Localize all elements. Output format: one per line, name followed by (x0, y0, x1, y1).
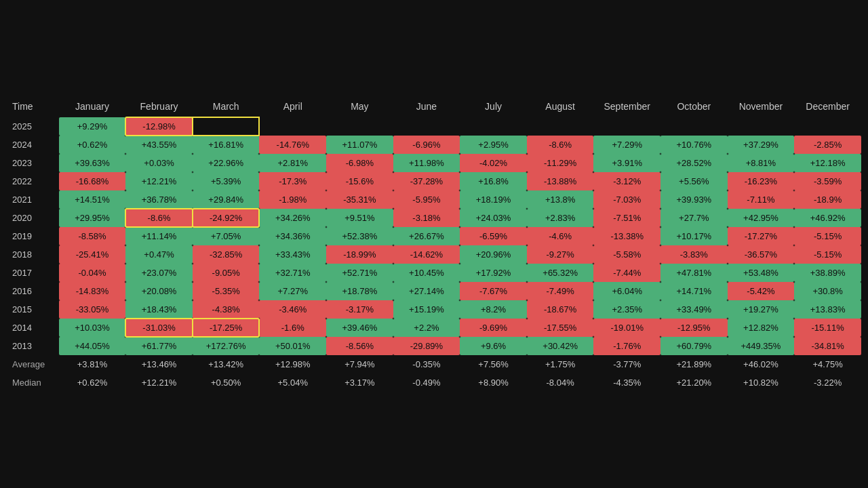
data-cell (460, 117, 527, 136)
data-cell: -8.6% (527, 136, 594, 154)
data-cell: -34.81% (794, 337, 861, 355)
row-2018: 2018-25.41%+0.47%-32.85%+33.43%-18.99%-1… (7, 245, 861, 264)
data-cell (326, 117, 393, 136)
data-cell: +39.46% (326, 319, 393, 337)
data-cell: +50.01% (259, 337, 326, 355)
data-cell: -6.98% (326, 154, 393, 172)
data-cell: +39.63% (59, 154, 126, 172)
header-june: June (393, 97, 460, 117)
data-cell: +8.2% (460, 300, 527, 319)
data-cell: -12.98% (125, 117, 193, 136)
data-cell (728, 117, 795, 136)
row-2015: 2015-33.05%+18.43%-4.38%-3.46%-3.17%+15.… (7, 300, 861, 319)
median-cell: +10.82% (728, 373, 795, 392)
data-cell: -9.69% (460, 319, 527, 337)
data-cell: -7.03% (593, 190, 660, 209)
data-cell: -6.96% (393, 136, 460, 154)
data-cell: +16.81% (193, 136, 260, 154)
data-cell: -9.27% (527, 245, 594, 264)
average-row: Average+3.81%+13.46%+13.42%+12.98%+7.94%… (7, 355, 861, 373)
data-cell: -15.6% (326, 172, 393, 190)
data-cell: -3.83% (660, 245, 728, 264)
data-cell: +20.96% (460, 245, 527, 264)
data-cell: +13.83% (794, 300, 861, 319)
data-cell: +18.78% (326, 282, 393, 300)
data-cell (660, 117, 728, 136)
data-cell (593, 117, 660, 136)
data-cell: -5.58% (593, 245, 660, 264)
median-cell: +21.20% (660, 373, 728, 392)
data-cell: -36.57% (728, 245, 795, 264)
median-label: Median (7, 373, 59, 392)
data-cell: +7.29% (593, 136, 660, 154)
median-cell: +3.17% (326, 373, 393, 392)
data-cell: -15.11% (794, 319, 861, 337)
data-cell (794, 117, 861, 136)
header-february: February (125, 97, 193, 117)
data-cell: +12.21% (125, 172, 193, 190)
data-cell: -18.67% (527, 300, 594, 319)
data-cell (527, 117, 594, 136)
data-cell: +32.71% (259, 264, 326, 282)
data-cell (393, 117, 460, 136)
data-cell: -32.85% (193, 245, 260, 264)
data-cell: -16.68% (59, 172, 126, 190)
data-cell: -8.6% (125, 209, 193, 227)
data-cell: +33.49% (660, 300, 728, 319)
data-cell: +10.76% (660, 136, 728, 154)
data-cell: -7.49% (527, 282, 594, 300)
header-july: July (460, 97, 527, 117)
data-cell: +28.52% (660, 154, 728, 172)
data-cell: -2.85% (794, 136, 861, 154)
data-cell: -11.29% (527, 154, 594, 172)
average-label: Average (7, 355, 59, 373)
data-cell: +172.76% (193, 337, 260, 355)
data-cell: +11.07% (326, 136, 393, 154)
data-cell: +46.92% (794, 209, 861, 227)
data-cell: +10.17% (660, 227, 728, 245)
row-2021: 2021+14.51%+36.78%+29.84%-1.98%-35.31%-5… (7, 190, 861, 209)
row-2019: 2019-8.58%+11.14%+7.05%+34.36%+52.38%+26… (7, 227, 861, 245)
data-cell: -14.76% (259, 136, 326, 154)
average-cell: +12.98% (259, 355, 326, 373)
data-cell: +20.08% (125, 282, 193, 300)
average-cell: +13.46% (125, 355, 193, 373)
year-label: 2018 (7, 245, 59, 264)
data-cell: +52.38% (326, 227, 393, 245)
data-cell: +8.81% (728, 154, 795, 172)
data-cell: +16.8% (460, 172, 527, 190)
data-cell: +0.62% (59, 136, 126, 154)
data-cell: +2.81% (259, 154, 326, 172)
row-2014: 2014+10.03%-31.03%-17.25%-1.6%+39.46%+2.… (7, 319, 861, 337)
data-cell: +2.95% (460, 136, 527, 154)
data-cell: +18.43% (125, 300, 193, 319)
data-cell: -1.98% (259, 190, 326, 209)
data-cell: -17.25% (193, 319, 260, 337)
monthly-returns-table: TimeJanuaryFebruaryMarchAprilMayJuneJuly… (7, 97, 861, 392)
year-label: 2025 (7, 117, 59, 136)
header-january: January (59, 97, 126, 117)
data-cell: -17.3% (259, 172, 326, 190)
median-cell: -4.35% (593, 373, 660, 392)
data-cell: +29.84% (193, 190, 260, 209)
row-2025: 2025+9.29%-12.98% (7, 117, 861, 136)
average-cell: -0.35% (393, 355, 460, 373)
data-cell: -14.83% (59, 282, 126, 300)
data-cell: +22.96% (193, 154, 260, 172)
row-2020: 2020+29.95%-8.6%-24.92%+34.26%+9.51%-3.1… (7, 209, 861, 227)
data-cell: -31.03% (125, 319, 193, 337)
data-cell: -7.11% (728, 190, 795, 209)
data-cell: +34.36% (259, 227, 326, 245)
header-time: Time (7, 97, 59, 117)
data-cell: -7.67% (460, 282, 527, 300)
data-cell: -6.59% (460, 227, 527, 245)
header-october: October (660, 97, 728, 117)
data-cell: -4.02% (460, 154, 527, 172)
data-cell: +7.05% (193, 227, 260, 245)
data-cell: +27.14% (393, 282, 460, 300)
data-cell: +19.27% (728, 300, 795, 319)
data-cell: +65.32% (527, 264, 594, 282)
data-cell: -37.28% (393, 172, 460, 190)
data-cell: -35.31% (326, 190, 393, 209)
data-cell: -5.42% (728, 282, 795, 300)
